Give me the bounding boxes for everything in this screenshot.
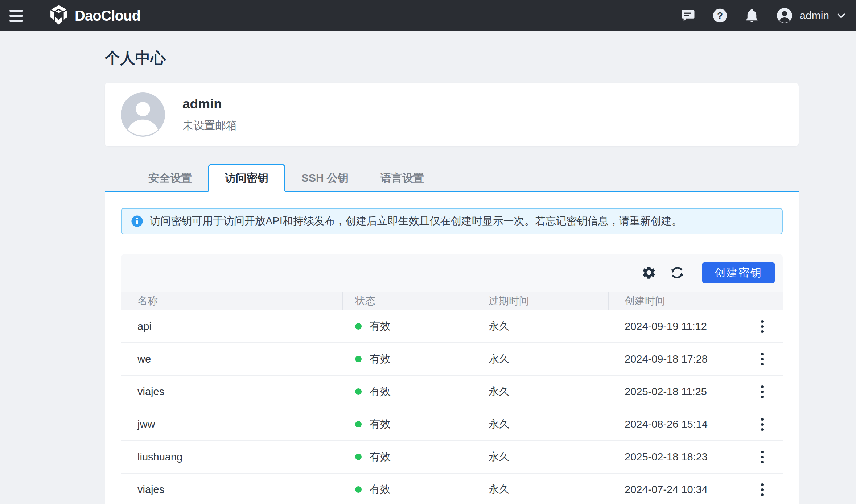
profile-info: admin 未设置邮箱 bbox=[182, 96, 237, 133]
key-actions-cell bbox=[741, 349, 783, 369]
daocloud-logo-icon bbox=[49, 5, 69, 26]
key-created-cell: 2024-09-19 11:12 bbox=[609, 321, 741, 332]
profile-username: admin bbox=[182, 96, 237, 112]
chevron-down-icon bbox=[836, 10, 847, 21]
table-row: viajes_ 有效 永久 2025-02-18 11:25 bbox=[121, 376, 783, 408]
key-status-cell: 有效 bbox=[343, 319, 477, 334]
topbar: DaoCloud ? admin bbox=[0, 0, 856, 31]
table-row: liushuang 有效 永久 2025-02-18 18:23 bbox=[121, 441, 783, 474]
key-created-cell: 2024-09-18 17:28 bbox=[609, 353, 741, 365]
page-title: 个人中心 bbox=[105, 48, 799, 68]
row-actions-kebab-button[interactable] bbox=[757, 480, 767, 500]
key-actions-cell bbox=[741, 317, 783, 336]
access-key-table: 创建密钥 名称 状态 过期时间 创建时间 api 有效 永久 2024-09-1… bbox=[121, 254, 783, 504]
status-dot-valid bbox=[355, 356, 362, 362]
column-header-name: 名称 bbox=[121, 292, 343, 310]
create-key-button[interactable]: 创建密钥 bbox=[702, 262, 775, 283]
column-header-status: 状态 bbox=[343, 292, 477, 310]
refresh-button[interactable] bbox=[670, 265, 685, 280]
key-created-cell: 2025-02-18 11:25 bbox=[609, 386, 741, 398]
table-row: jww 有效 永久 2024-08-26 15:14 bbox=[121, 408, 783, 441]
key-name-cell: we bbox=[121, 353, 343, 365]
key-actions-cell bbox=[741, 447, 783, 467]
settings-tabs: 安全设置访问密钥SSH 公钥语言设置 bbox=[105, 164, 799, 192]
column-header-expiry: 过期时间 bbox=[477, 292, 609, 310]
refresh-icon bbox=[670, 265, 685, 280]
gear-icon bbox=[641, 265, 657, 280]
tab-panel-access-keys: 访问密钥可用于访问开放API和持续发布，创建后立即生效且仅在创建时显示一次。若忘… bbox=[105, 192, 799, 504]
profile-avatar bbox=[121, 92, 165, 137]
table-settings-button[interactable] bbox=[641, 265, 657, 280]
status-dot-valid bbox=[355, 421, 362, 427]
bell-icon bbox=[744, 8, 760, 23]
table-toolbar: 创建密钥 bbox=[121, 254, 783, 292]
tab-security-settings[interactable]: 安全设置 bbox=[132, 165, 208, 191]
profile-card: admin 未设置邮箱 bbox=[105, 83, 799, 146]
row-actions-kebab-button[interactable] bbox=[757, 414, 767, 434]
hamburger-icon bbox=[9, 10, 23, 12]
key-status-cell: 有效 bbox=[343, 482, 477, 497]
row-actions-kebab-button[interactable] bbox=[757, 447, 767, 467]
key-status-cell: 有效 bbox=[343, 417, 477, 431]
svg-text:?: ? bbox=[717, 10, 723, 21]
key-name-cell: api bbox=[121, 321, 343, 332]
table-body: api 有效 永久 2024-09-19 11:12 we 有效 永久 2024… bbox=[121, 310, 783, 504]
profile-email-status: 未设置邮箱 bbox=[182, 118, 237, 133]
table-row: we 有效 永久 2024-09-18 17:28 bbox=[121, 343, 783, 376]
key-status-cell: 有效 bbox=[343, 384, 477, 399]
key-status-cell: 有效 bbox=[343, 352, 477, 366]
key-status-cell: 有效 bbox=[343, 450, 477, 464]
user-avatar-icon bbox=[776, 7, 793, 24]
table-row: viajes 有效 永久 2024-07-24 10:34 bbox=[121, 474, 783, 504]
brand[interactable]: DaoCloud bbox=[49, 5, 140, 26]
row-actions-kebab-button[interactable] bbox=[757, 382, 767, 402]
column-header-created: 创建时间 bbox=[609, 292, 741, 310]
help-icon: ? bbox=[712, 8, 728, 23]
tab-ssh-keys[interactable]: SSH 公钥 bbox=[285, 165, 365, 191]
menu-toggle-button[interactable] bbox=[8, 5, 30, 26]
brand-name: DaoCloud bbox=[75, 8, 140, 24]
key-created-cell: 2024-08-26 15:14 bbox=[609, 418, 741, 430]
status-dot-valid bbox=[355, 454, 362, 460]
key-expiry-cell: 永久 bbox=[477, 352, 609, 366]
key-name-cell: viajes_ bbox=[121, 386, 343, 398]
status-dot-valid bbox=[355, 388, 362, 395]
message-icon bbox=[680, 8, 696, 23]
key-name-cell: viajes bbox=[121, 484, 343, 496]
tab-access-keys[interactable]: 访问密钥 bbox=[208, 164, 285, 192]
key-name-cell: jww bbox=[121, 418, 343, 430]
help-button[interactable]: ? bbox=[712, 8, 728, 23]
key-actions-cell bbox=[741, 480, 783, 500]
user-menu[interactable]: admin bbox=[776, 7, 847, 24]
column-header-actions bbox=[741, 292, 783, 310]
info-icon bbox=[131, 215, 143, 227]
message-button[interactable] bbox=[680, 8, 696, 23]
key-expiry-cell: 永久 bbox=[477, 450, 609, 464]
key-expiry-cell: 永久 bbox=[477, 319, 609, 334]
status-dot-valid bbox=[355, 486, 362, 493]
topbar-actions: ? admin bbox=[680, 7, 847, 24]
tab-language-settings[interactable]: 语言设置 bbox=[365, 165, 440, 191]
info-banner: 访问密钥可用于访问开放API和持续发布，创建后立即生效且仅在创建时显示一次。若忘… bbox=[121, 208, 783, 234]
status-dot-valid bbox=[355, 323, 362, 330]
key-expiry-cell: 永久 bbox=[477, 384, 609, 399]
notifications-button[interactable] bbox=[744, 8, 760, 23]
key-actions-cell bbox=[741, 414, 783, 434]
key-actions-cell bbox=[741, 382, 783, 402]
key-created-cell: 2025-02-18 18:23 bbox=[609, 451, 741, 463]
key-expiry-cell: 永久 bbox=[477, 417, 609, 431]
table-header: 名称 状态 过期时间 创建时间 bbox=[121, 292, 783, 310]
main-content: 个人中心 admin 未设置邮箱 安全设置访问密钥SSH 公钥语言设置 访问密钥… bbox=[105, 48, 799, 504]
key-expiry-cell: 永久 bbox=[477, 482, 609, 497]
info-banner-text: 访问密钥可用于访问开放API和持续发布，创建后立即生效且仅在创建时显示一次。若忘… bbox=[150, 214, 682, 228]
key-name-cell: liushuang bbox=[121, 451, 343, 463]
row-actions-kebab-button[interactable] bbox=[757, 349, 767, 369]
user-name: admin bbox=[799, 9, 829, 22]
key-created-cell: 2024-07-24 10:34 bbox=[609, 484, 741, 496]
row-actions-kebab-button[interactable] bbox=[757, 317, 767, 336]
table-row: api 有效 永久 2024-09-19 11:12 bbox=[121, 310, 783, 343]
